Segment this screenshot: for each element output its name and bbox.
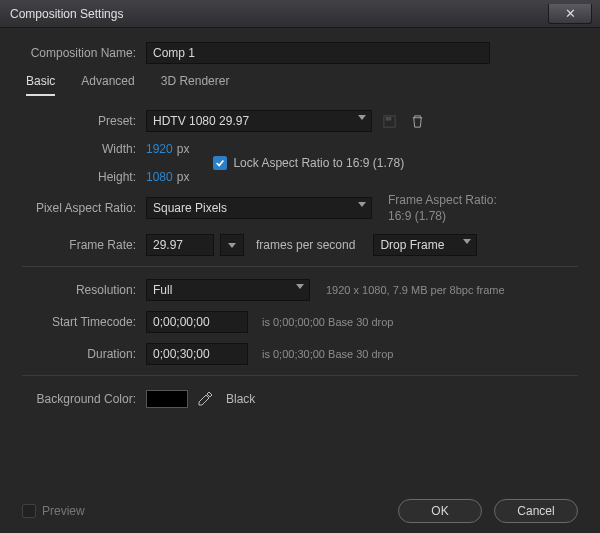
start-timecode-field[interactable]: [146, 311, 248, 333]
cancel-button[interactable]: Cancel: [494, 499, 578, 523]
frame-rate-field[interactable]: [146, 234, 214, 256]
eyedropper-button[interactable]: [194, 388, 216, 410]
start-timecode-hint: is 0;00;00;00 Base 30 drop: [262, 316, 393, 328]
composition-name-input[interactable]: [146, 42, 490, 64]
save-preset-icon: [382, 114, 397, 129]
frame-aspect-ratio-value: 16:9 (1.78): [388, 208, 497, 224]
pixel-aspect-ratio-label: Pixel Aspect Ratio:: [22, 201, 146, 215]
frame-aspect-ratio-label: Frame Aspect Ratio:: [388, 192, 497, 208]
preview-checkbox[interactable]: Preview: [22, 504, 85, 518]
background-color-label: Background Color:: [22, 392, 146, 406]
lock-aspect-checkbox[interactable]: Lock Aspect Ratio to 16:9 (1.78): [213, 156, 404, 170]
frame-aspect-ratio-info: Frame Aspect Ratio: 16:9 (1.78): [388, 192, 497, 224]
window-title: Composition Settings: [10, 7, 123, 21]
height-label: Height:: [22, 170, 146, 184]
frame-rate-menu-button[interactable]: [220, 234, 244, 256]
check-icon: [213, 156, 227, 170]
divider: [22, 375, 578, 376]
duration-field[interactable]: [146, 343, 248, 365]
preview-label: Preview: [42, 504, 85, 518]
tab-bar: Basic Advanced 3D Renderer: [26, 74, 578, 96]
preset-label: Preset:: [22, 114, 146, 128]
close-button[interactable]: ✕: [548, 4, 592, 24]
chevron-down-icon: [228, 243, 236, 248]
titlebar: Composition Settings ✕: [0, 0, 600, 28]
duration-label: Duration:: [22, 347, 146, 361]
background-color-swatch[interactable]: [146, 390, 188, 408]
check-icon: [22, 504, 36, 518]
resolution-label: Resolution:: [22, 283, 146, 297]
ok-button[interactable]: OK: [398, 499, 482, 523]
lock-aspect-label: Lock Aspect Ratio to 16:9 (1.78): [233, 156, 404, 170]
save-preset-button[interactable]: [378, 110, 400, 132]
frame-rate-label: Frame Rate:: [22, 238, 146, 252]
divider: [22, 266, 578, 267]
pixel-aspect-ratio-select[interactable]: [146, 197, 372, 219]
width-unit: px: [177, 142, 190, 156]
trash-icon: [410, 114, 425, 129]
height-unit: px: [177, 170, 190, 184]
eyedropper-icon: [197, 391, 213, 407]
close-icon: ✕: [565, 7, 576, 20]
frame-rate-unit: frames per second: [256, 238, 355, 252]
start-timecode-label: Start Timecode:: [22, 315, 146, 329]
tab-3d-renderer[interactable]: 3D Renderer: [161, 74, 230, 96]
resolution-select[interactable]: [146, 279, 310, 301]
background-color-name: Black: [226, 392, 255, 406]
svg-rect-1: [385, 116, 391, 120]
height-field[interactable]: 1080: [146, 170, 173, 184]
tab-basic[interactable]: Basic: [26, 74, 55, 96]
width-label: Width:: [22, 142, 146, 156]
delete-preset-button[interactable]: [406, 110, 428, 132]
duration-hint: is 0;00;30;00 Base 30 drop: [262, 348, 393, 360]
resolution-hint: 1920 x 1080, 7.9 MB per 8bpc frame: [326, 284, 505, 296]
preset-select[interactable]: [146, 110, 372, 132]
composition-name-label: Composition Name:: [22, 46, 146, 60]
drop-frame-select[interactable]: [373, 234, 477, 256]
width-field[interactable]: 1920: [146, 142, 173, 156]
tab-advanced[interactable]: Advanced: [81, 74, 134, 96]
